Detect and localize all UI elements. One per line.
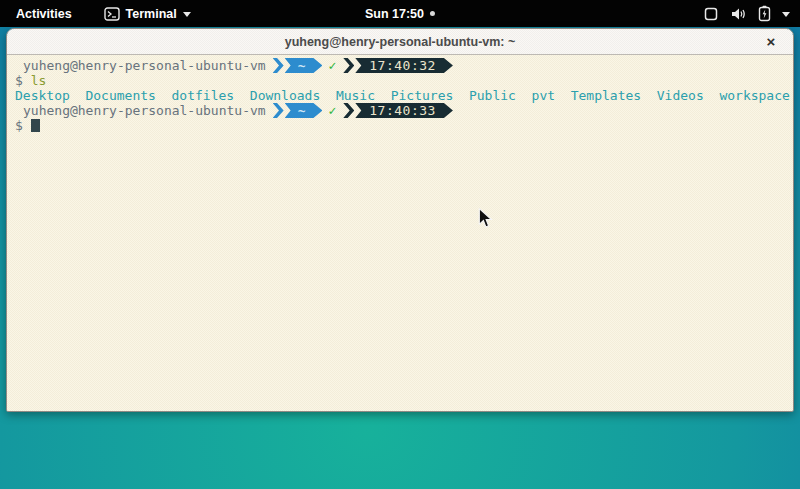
terminal-prompt-line: yuheng@henry-personal-ubuntu-vm ~ ✓ 17:4… xyxy=(15,58,789,73)
powerline-separator-icon xyxy=(343,58,354,73)
prompt-time-segment: 17:40:32 xyxy=(355,58,453,73)
prompt-dollar: $ xyxy=(15,73,23,88)
powerline-separator-icon xyxy=(343,103,354,118)
prompt-cwd-segment: ~ xyxy=(285,58,323,73)
battery-charging-icon xyxy=(758,5,771,22)
text-cursor xyxy=(31,119,40,132)
window-title: yuheng@henry-personal-ubuntu-vm: ~ xyxy=(285,35,516,49)
prompt-dollar: $ xyxy=(15,118,23,133)
clock[interactable]: Sun 17:50 xyxy=(365,0,435,27)
prompt-host: yuheng@henry-personal-ubuntu-vm xyxy=(15,103,266,118)
mouse-cursor xyxy=(478,208,493,233)
powerline-separator-icon xyxy=(273,58,284,73)
terminal-icon xyxy=(104,7,120,21)
powerline-separator-icon xyxy=(273,103,284,118)
prompt-cwd-segment: ~ xyxy=(285,103,323,118)
terminal-content[interactable]: yuheng@henry-personal-ubuntu-vm ~ ✓ 17:4… xyxy=(7,55,793,411)
terminal-input-line: $ xyxy=(15,118,789,133)
prompt-host: yuheng@henry-personal-ubuntu-vm xyxy=(15,58,266,73)
command-text: ls xyxy=(31,73,47,88)
app-menu-terminal[interactable]: Terminal xyxy=(104,7,191,21)
chevron-down-icon xyxy=(782,12,790,17)
terminal-window: yuheng@henry-personal-ubuntu-vm: ~ × yuh… xyxy=(6,28,794,412)
app-menu-label: Terminal xyxy=(126,7,177,21)
activities-button[interactable]: Activities xyxy=(12,4,76,24)
clock-label: Sun 17:50 xyxy=(365,7,424,21)
status-check-icon: ✓ xyxy=(328,58,336,73)
status-check-icon: ✓ xyxy=(328,103,336,118)
display-icon xyxy=(703,6,719,22)
chevron-down-icon xyxy=(183,12,191,17)
volume-icon xyxy=(730,6,747,22)
top-bar: Activities Terminal Sun 17:50 xyxy=(0,0,800,27)
ls-output-line: Desktop Documents dotfiles Downloads Mus… xyxy=(15,88,789,103)
prompt-time-segment: 17:40:33 xyxy=(355,103,453,118)
close-button[interactable]: × xyxy=(762,33,780,51)
notification-dot-icon xyxy=(430,11,435,16)
window-title-bar[interactable]: yuheng@henry-personal-ubuntu-vm: ~ × xyxy=(7,29,793,55)
terminal-prompt-line: yuheng@henry-personal-ubuntu-vm ~ ✓ 17:4… xyxy=(15,103,789,118)
terminal-command-line: $ ls xyxy=(15,73,789,88)
system-status-area[interactable] xyxy=(703,5,790,22)
